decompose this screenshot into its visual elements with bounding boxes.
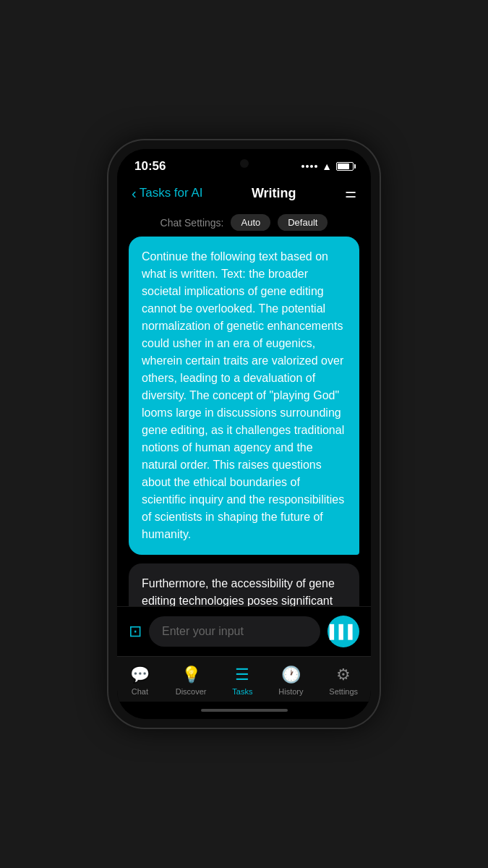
waveform-icon: ▌▌▌: [330, 624, 357, 639]
model-badge[interactable]: Auto: [231, 214, 270, 231]
tasks-icon: ☰: [235, 665, 249, 684]
tab-settings-label: Settings: [329, 687, 358, 696]
style-badge[interactable]: Default: [278, 214, 328, 231]
status-icons: ▲: [301, 161, 354, 172]
nav-bar: ‹ Tasks for AI Writing ⚌: [117, 178, 371, 208]
send-button[interactable]: ▌▌▌: [328, 616, 359, 647]
ai-message-text: Furthermore, the accessibility of gene e…: [142, 577, 335, 606]
phone-screen: 10:56 ▲ ‹ Tasks for AI Writi: [117, 149, 371, 719]
tab-chat[interactable]: 💬 Chat: [121, 663, 158, 699]
bottom-tabs: 💬 Chat 💡 Discover ☰ Tasks 🕐 History ⚙ Se…: [117, 656, 371, 702]
messages-area: Continue the following text based on wha…: [117, 237, 371, 606]
back-button[interactable]: ‹ Tasks for AI: [132, 186, 203, 200]
page-title: Writing: [252, 186, 296, 201]
tab-tasks-label: Tasks: [232, 687, 252, 696]
wifi-icon: ▲: [322, 161, 332, 172]
filter-icon[interactable]: ⚌: [345, 185, 356, 201]
chat-icon: 💬: [130, 665, 150, 684]
chat-settings-bar: Chat Settings: Auto Default: [117, 208, 371, 237]
scan-icon[interactable]: ⊡: [129, 622, 142, 641]
message-input[interactable]: [149, 616, 320, 647]
signal-icon: [301, 165, 317, 168]
user-message-text: Continue the following text based on wha…: [142, 250, 344, 540]
tab-settings[interactable]: ⚙ Settings: [320, 663, 367, 699]
home-indicator: [117, 702, 371, 719]
chat-settings-label: Chat Settings:: [160, 217, 224, 229]
status-bar: 10:56 ▲: [117, 149, 371, 178]
discover-icon: 💡: [181, 665, 201, 684]
tab-history-label: History: [278, 687, 303, 696]
tab-chat-label: Chat: [132, 687, 148, 696]
status-time: 10:56: [134, 159, 166, 174]
battery-icon: [336, 162, 354, 171]
ai-message: Furthermore, the accessibility of gene e…: [129, 563, 359, 606]
tab-history[interactable]: 🕐 History: [270, 663, 312, 699]
tab-discover-label: Discover: [176, 687, 207, 696]
phone-frame: 10:56 ▲ ‹ Tasks for AI Writi: [108, 140, 380, 728]
home-bar: [201, 709, 288, 712]
camera-notch: [240, 159, 249, 168]
chevron-left-icon: ‹: [132, 186, 137, 200]
tab-tasks[interactable]: ☰ Tasks: [223, 663, 261, 699]
back-label: Tasks for AI: [140, 186, 203, 200]
history-icon: 🕐: [281, 665, 301, 684]
tab-discover[interactable]: 💡 Discover: [167, 663, 215, 699]
user-message: Continue the following text based on wha…: [129, 237, 359, 555]
input-area: ⊡ ▌▌▌: [117, 606, 371, 656]
settings-icon: ⚙: [336, 665, 351, 684]
